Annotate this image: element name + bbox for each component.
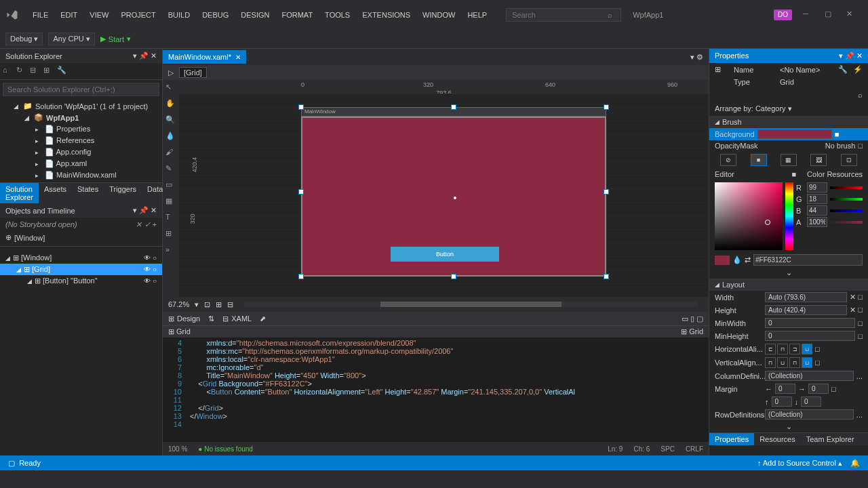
menu-format[interactable]: FORMAT bbox=[276, 8, 318, 22]
swap-color-icon[interactable]: ⇄ bbox=[745, 256, 751, 264]
grid-icon[interactable]: ⊞ bbox=[216, 300, 222, 309]
halign-left[interactable]: ⊏ bbox=[765, 344, 776, 354]
layout-tool-icon[interactable]: ▦ bbox=[165, 197, 176, 207]
design-window[interactable]: MainWindow Button bbox=[301, 107, 606, 277]
events-icon[interactable]: ⚡ bbox=[853, 65, 863, 74]
valign-top[interactable]: ⊓ bbox=[765, 357, 776, 368]
halign-right[interactable]: ⊐ bbox=[789, 344, 800, 354]
margin-bottom[interactable]: 0 bbox=[801, 396, 821, 407]
resource-icon[interactable]: ⊡ bbox=[841, 154, 857, 166]
coldef-field[interactable]: (Collection) bbox=[765, 371, 854, 381]
split-icons[interactable]: ▭ ▯ ▢ bbox=[682, 314, 703, 323]
code-zoom[interactable]: 100 % bbox=[168, 445, 187, 453]
wrench-icon[interactable]: 🔧 bbox=[838, 65, 848, 74]
pin-icon[interactable]: ▾ 📌 bbox=[133, 52, 149, 60]
brush-section[interactable]: ◢ Brush bbox=[709, 116, 868, 128]
swap-view-button[interactable]: ⇅ bbox=[208, 314, 214, 323]
design-button[interactable]: Button bbox=[391, 247, 499, 262]
pan-tool-icon[interactable]: ✋ bbox=[165, 99, 176, 110]
margin-top[interactable]: 0 bbox=[772, 396, 792, 407]
design-view-button[interactable]: ⊞ Design bbox=[168, 314, 200, 323]
minimize-button[interactable]: ─ bbox=[803, 9, 814, 20]
menu-edit[interactable]: EDIT bbox=[55, 8, 83, 22]
halign-center[interactable]: ⊓ bbox=[777, 344, 788, 354]
controls-tool-icon[interactable]: ⊞ bbox=[165, 229, 176, 240]
menu-project[interactable]: PROJECT bbox=[115, 8, 161, 22]
solution-item[interactable]: ▸📄 App.xaml bbox=[0, 158, 162, 169]
doc-options-icon[interactable]: ▾ ⚙ bbox=[690, 53, 703, 62]
solution-item[interactable]: ▸📄 App.config bbox=[0, 146, 162, 158]
gradient-icon[interactable]: ▦ bbox=[781, 154, 797, 166]
code-nav-right[interactable]: Grid bbox=[689, 327, 703, 336]
editor-tab[interactable]: Editor bbox=[715, 170, 734, 178]
collapse-icon[interactable]: ⊟ bbox=[30, 66, 41, 77]
menu-design[interactable]: DESIGN bbox=[235, 8, 275, 22]
margin-right[interactable]: 0 bbox=[808, 384, 829, 394]
menu-tools[interactable]: TOOLS bbox=[319, 8, 355, 22]
popout-icon[interactable]: ⬈ bbox=[260, 314, 266, 323]
platform-dropdown[interactable]: Any CPU ▾ bbox=[48, 33, 94, 45]
b-input[interactable] bbox=[807, 205, 827, 216]
pen-tool-icon[interactable]: ✎ bbox=[165, 164, 176, 175]
eyedropper-icon[interactable]: 💧 bbox=[165, 131, 176, 142]
home-icon[interactable]: ⌂ bbox=[3, 66, 14, 77]
expand-brush-icon[interactable]: ⌄ bbox=[709, 267, 868, 279]
spaces-indicator[interactable]: SPC bbox=[660, 445, 675, 453]
solution-item[interactable]: ▸📄 References bbox=[0, 135, 162, 146]
panel-tab[interactable]: Solution Explorer bbox=[0, 183, 39, 203]
valign-center[interactable]: ⊔ bbox=[777, 357, 788, 368]
menu-file[interactable]: FILE bbox=[27, 8, 54, 22]
breadcrumb-element[interactable]: [Grid] bbox=[179, 67, 207, 78]
brush-tool-icon[interactable]: 🖌 bbox=[165, 148, 176, 159]
background-brush[interactable]: Background ■ bbox=[709, 128, 868, 140]
right-tab[interactable]: Team Explorer bbox=[801, 433, 860, 445]
solution-node[interactable]: ◢📁 Solution 'WpfApp1' (1 of 1 project) bbox=[0, 100, 162, 112]
hex-input[interactable] bbox=[753, 254, 863, 266]
halign-stretch[interactable]: ⊔ bbox=[802, 344, 812, 354]
width-field[interactable]: Auto (793.6) bbox=[765, 292, 847, 302]
snap-icon[interactable]: ⊟ bbox=[227, 300, 233, 309]
timeline-item[interactable]: ◢ ⊞ [Button] "Button"👁 ○ bbox=[0, 275, 162, 287]
panel-tab[interactable]: Assets bbox=[39, 183, 72, 203]
margin-left[interactable]: 0 bbox=[775, 384, 795, 394]
select-tool-icon[interactable]: ↖ bbox=[165, 83, 176, 94]
code-nav-left[interactable]: Grid bbox=[176, 327, 191, 336]
rowdef-edit[interactable]: ... bbox=[856, 411, 863, 419]
r-input[interactable] bbox=[807, 182, 827, 192]
minheight-field[interactable]: 0 bbox=[765, 331, 855, 341]
solid-icon[interactable]: ■ bbox=[751, 154, 767, 166]
properties-icon[interactable]: 🔧 bbox=[57, 66, 68, 77]
a-input[interactable] bbox=[807, 217, 827, 227]
hue-slider[interactable] bbox=[785, 182, 793, 250]
layout-section[interactable]: ◢ Layout bbox=[709, 279, 868, 291]
solution-item[interactable]: ▸📄 Properties bbox=[0, 123, 162, 135]
close-button[interactable]: ✕ bbox=[846, 9, 857, 20]
prop-search-icon[interactable]: ⌕ bbox=[858, 91, 863, 99]
zoom-tool-icon[interactable]: 🔍 bbox=[165, 115, 176, 126]
lineending-indicator[interactable]: CRLF bbox=[686, 445, 703, 453]
height-field[interactable]: Auto (420.4) bbox=[765, 305, 847, 315]
eyedropper-btn[interactable]: 💧 bbox=[732, 256, 742, 264]
menu-view[interactable]: VIEW bbox=[84, 8, 114, 22]
tile-icon[interactable]: 🖼 bbox=[810, 154, 827, 166]
panel-tab[interactable]: States bbox=[72, 183, 104, 203]
opacitymask-brush[interactable]: OpacityMask No brush □ bbox=[709, 140, 868, 151]
timeline-item[interactable]: ◢ ⊞ [Grid]👁 ○ bbox=[0, 264, 162, 275]
menu-help[interactable]: HELP bbox=[462, 8, 492, 22]
design-grid[interactable]: Button bbox=[301, 117, 606, 277]
refresh-icon[interactable]: ↻ bbox=[16, 66, 27, 77]
right-tab[interactable]: Properties bbox=[709, 433, 754, 445]
valign-bottom[interactable]: ⊓ bbox=[789, 357, 800, 368]
menu-window[interactable]: WINDOW bbox=[417, 8, 460, 22]
text-tool-icon[interactable]: T bbox=[165, 213, 176, 224]
color-resources-tab[interactable]: Color Resources bbox=[807, 170, 863, 178]
close-tab-icon[interactable]: ✕ bbox=[235, 54, 241, 61]
pointer-icon[interactable]: ▷ bbox=[168, 68, 174, 77]
solution-item[interactable]: ▸📄 MainWindow.xaml bbox=[0, 169, 162, 181]
project-node[interactable]: ◢📦 WpfApp1 bbox=[0, 112, 162, 123]
notifications-icon[interactable]: 🔔 bbox=[850, 459, 860, 468]
arrange-by[interactable]: Arrange by: Category ▾ bbox=[709, 102, 868, 116]
name-field[interactable]: <No Name> bbox=[780, 66, 833, 74]
start-button[interactable]: ▶ Start ▾ bbox=[100, 35, 131, 43]
maximize-button[interactable]: ▢ bbox=[825, 9, 835, 20]
